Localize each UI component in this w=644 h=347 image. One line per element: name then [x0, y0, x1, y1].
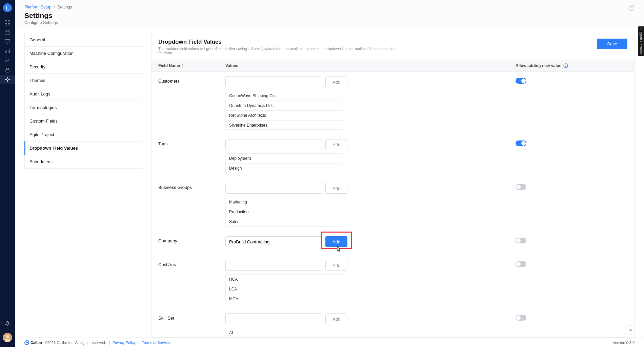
privacy-link[interactable]: Privacy Policy [113, 341, 136, 345]
field-name-label: Customers [158, 77, 225, 84]
side-menu-item-schedulers[interactable]: Schedulers [24, 155, 143, 169]
footer: Calibo ©2023 Calibo Inc. All rights rese… [15, 338, 644, 347]
chart-icon[interactable] [0, 56, 15, 65]
monitor-icon[interactable] [0, 37, 15, 46]
add-button-customers[interactable]: Add [325, 77, 347, 87]
side-menu-item-themes[interactable]: Themes [24, 73, 143, 87]
allow-toggle-company[interactable] [516, 238, 526, 243]
add-button-business-groups[interactable]: Add [325, 183, 347, 194]
field-row-company: CompanyAdd [152, 232, 634, 255]
svg-rect-3 [8, 23, 10, 25]
value-item[interactable]: Quantum Dynamics Ltd. [226, 101, 343, 111]
value-item[interactable]: OceanWave Shipping Co. [226, 91, 343, 101]
side-menu-item-dropdown-field-values[interactable]: Dropdown Field Values [24, 141, 143, 155]
field-row-business-groups: Business GroupsAddMarketingProductionSal… [152, 178, 634, 232]
value-item[interactable]: Sales [226, 217, 343, 226]
lock-icon[interactable] [0, 66, 15, 74]
dropdown-values-panel: Dropdown Field Values The updated field … [151, 33, 635, 338]
add-button-tags[interactable]: Add [325, 139, 347, 150]
side-menu-item-audit-logs[interactable]: Audit Logs [24, 87, 143, 101]
sort-icon[interactable]: ▲▼ [181, 64, 184, 68]
column-header-field[interactable]: Field Name [158, 63, 180, 68]
svg-rect-5 [5, 40, 10, 43]
field-name-label: Tags [158, 139, 225, 146]
nav-rail: L [0, 0, 15, 347]
value-item[interactable]: AI [226, 328, 343, 337]
save-button[interactable]: Save [597, 39, 627, 49]
side-menu-item-custom-fields[interactable]: Custom Fields [24, 114, 143, 128]
value-input-company[interactable] [225, 236, 322, 247]
value-item[interactable]: RedStone Architects [226, 111, 343, 121]
breadcrumb-parent[interactable]: Platform Setup [24, 5, 51, 9]
version-label: Version 0.3.0 [613, 341, 635, 345]
value-item[interactable]: MCA [226, 294, 343, 304]
top-header: Platform Setup / Settings Settings Confi… [15, 0, 644, 28]
value-list-cost-area: HCALCAMCA [225, 274, 343, 304]
svg-rect-0 [5, 20, 7, 22]
allow-toggle-cost-area[interactable] [516, 261, 526, 267]
field-name-label: Business Groups [158, 183, 225, 190]
svg-point-7 [7, 79, 8, 81]
support-request-tab[interactable]: Support Request [638, 26, 644, 56]
allow-toggle-business-groups[interactable] [516, 184, 526, 190]
value-item[interactable]: Silverline Enterprises [226, 121, 343, 130]
value-item[interactable]: Production [226, 207, 343, 217]
page-title: Settings [24, 12, 635, 20]
svg-rect-1 [8, 20, 10, 22]
info-icon[interactable] [563, 63, 568, 68]
field-row-customers: CustomersAddOceanWave Shipping Co.Quantu… [152, 72, 634, 134]
column-header-values: Values [225, 63, 516, 68]
value-input-skill-set[interactable] [225, 313, 322, 324]
breadcrumb-current: Settings [57, 5, 72, 9]
value-item[interactable]: Marketing [226, 197, 343, 207]
panel-description: The updated field values will get reflec… [158, 47, 402, 55]
footer-brand[interactable]: Calibo [24, 340, 42, 345]
allow-toggle-skill-set[interactable] [516, 315, 526, 321]
terms-link[interactable]: Terms of Service [142, 341, 170, 345]
value-item[interactable]: HCA [226, 275, 343, 284]
panel-title: Dropdown Field Values [158, 39, 402, 45]
side-menu-item-agile-project[interactable]: Agile Project [24, 128, 143, 142]
value-input-cost-area[interactable] [225, 260, 322, 271]
side-menu-item-machine-configuration[interactable]: Machine Configuration [24, 46, 143, 60]
field-row-skill-set: Skill SetAddAI [152, 309, 634, 337]
scroll-to-top-button[interactable] [626, 325, 635, 335]
value-input-business-groups[interactable] [225, 183, 322, 194]
value-list-business-groups: MarketingProductionSales [225, 197, 343, 227]
dashboard-icon[interactable] [0, 18, 15, 27]
value-list-skill-set[interactable]: AI [225, 328, 343, 337]
value-item[interactable]: Deployment [226, 154, 343, 164]
analytics-icon[interactable] [0, 47, 15, 56]
side-menu-item-terminologies[interactable]: Terminologies [24, 101, 143, 114]
svg-rect-4 [5, 31, 10, 34]
notifications-icon[interactable] [0, 319, 15, 328]
field-name-label: Skill Set [158, 313, 225, 321]
footer-copyright: ©2023 Calibo Inc. All rights reserved. [45, 341, 106, 345]
value-item[interactable]: Design [226, 164, 343, 173]
value-input-tags[interactable] [225, 139, 322, 150]
page-subtitle: Configure Settings [24, 20, 635, 25]
side-menu-item-general[interactable]: General [24, 33, 143, 47]
add-button-company[interactable]: Add [325, 236, 347, 247]
value-list-customers[interactable]: OceanWave Shipping Co.Quantum Dynamics L… [225, 91, 343, 130]
brand-logo[interactable]: L [3, 3, 12, 12]
field-name-label: Cost Area [158, 260, 225, 267]
field-name-label: Company [158, 236, 225, 243]
allow-toggle-customers[interactable] [516, 78, 526, 84]
add-button-skill-set[interactable]: Add [325, 313, 347, 324]
settings-side-menu: GeneralMachine ConfigurationSecurityThem… [24, 33, 143, 338]
column-header-allow: Allow adding new value [516, 63, 561, 68]
settings-icon[interactable] [0, 75, 15, 84]
help-icon[interactable] [628, 5, 635, 11]
allow-toggle-tags[interactable] [516, 140, 526, 146]
side-menu-item-security[interactable]: Security [24, 60, 143, 74]
svg-rect-2 [5, 23, 7, 25]
user-avatar[interactable] [3, 333, 12, 342]
value-item[interactable]: LCA [226, 284, 343, 294]
field-row-cost-area: Cost AreaAddHCALCAMCA [152, 255, 634, 309]
value-list-tags: DeploymentDesign [225, 153, 343, 173]
briefcase-icon[interactable] [0, 28, 15, 37]
value-input-customers[interactable] [225, 77, 322, 87]
add-button-cost-area[interactable]: Add [325, 260, 347, 271]
breadcrumb: Platform Setup / Settings [24, 5, 635, 9]
